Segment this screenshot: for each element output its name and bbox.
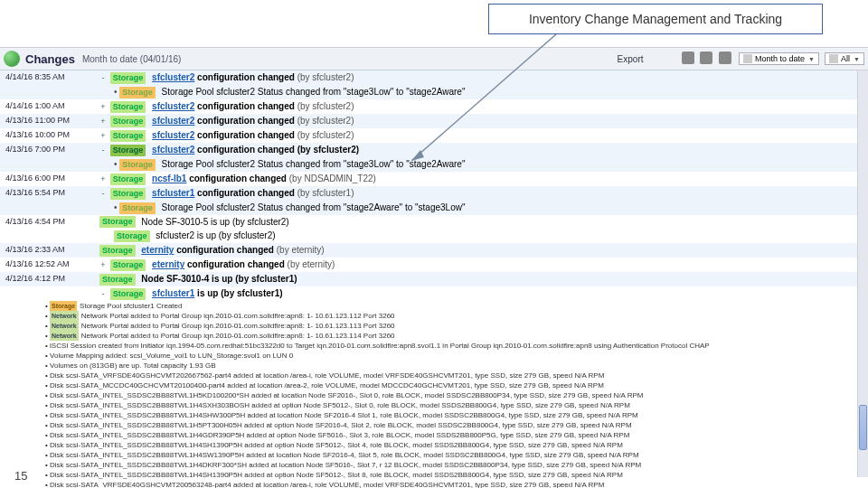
tree-toggle[interactable]: + — [99, 130, 107, 142]
detail-bullet: • iSCSI Session created from Initiator i… — [0, 341, 750, 351]
change-row[interactable]: 4/14/16 8:35 AM - Storage sfcluster2 con… — [0, 70, 857, 85]
panel-title: Changes — [25, 52, 75, 66]
timestamp: 4/13/16 10:00 PM — [0, 128, 98, 141]
detail-bullet: • Disk scsi-SATA_INTEL_SSDSC2BB88TWL1H5K… — [0, 390, 750, 400]
tree-toggle[interactable]: + — [99, 174, 107, 185]
filter-icon — [829, 54, 838, 63]
detail-bullet: • Disk scsi-SATA_INTEL_SSDSC2BB88TWL1H4G… — [0, 430, 750, 440]
detail-bullet: • Disk scsi-SATA_INTEL_SSDSC2BB88TWL1H4S… — [0, 450, 750, 460]
date-range-selector[interactable]: Month to date ▼ — [739, 52, 819, 65]
change-row[interactable]: 4/13/16 12:52 AM + Storage eternity conf… — [0, 258, 857, 272]
cluster-link[interactable]: eternity — [141, 245, 174, 255]
calendar-icon — [743, 54, 752, 63]
tree-toggle[interactable]: - — [99, 72, 107, 84]
cluster-link[interactable]: sfcluster2 — [152, 101, 194, 111]
detail-bullet: • Disk scsi-SATA_INTEL_SSDSC2BB88TWL1H4S… — [0, 440, 750, 450]
chevron-down-icon: ▼ — [808, 56, 815, 62]
timestamp: 4/12/16 4:12 PM — [0, 272, 98, 285]
cluster-link[interactable]: sfcluster2 — [152, 130, 194, 140]
storage-tag: Storage — [99, 245, 136, 257]
timestamp: 4/14/16 8:35 AM — [0, 70, 98, 83]
globe-icon — [4, 51, 20, 67]
date-range-label: Month to date — [755, 54, 805, 63]
storage-tag: Storage — [119, 87, 156, 99]
change-row[interactable]: 4/13/16 5:54 PM - Storage sfcluster1 con… — [0, 186, 857, 201]
detail-bullet: • Volumes on (813GB) are up. Total capac… — [0, 361, 750, 371]
change-row[interactable]: Storage sfcluster2 is up (by sfcluster2) — [0, 229, 857, 243]
cluster-link[interactable]: sfcluster2 — [152, 72, 194, 82]
storage-tag: Storage — [99, 274, 136, 286]
tree-toggle[interactable]: - — [99, 145, 107, 156]
storage-tag: Storage — [119, 159, 156, 171]
export-icon[interactable] — [700, 52, 712, 64]
timestamp: 4/13/16 6:00 PM — [0, 172, 98, 184]
scrollbar-thumb[interactable] — [859, 405, 867, 450]
change-row[interactable]: 4/13/16 2:33 AM Storage eternity configu… — [0, 243, 857, 258]
chevron-down-icon: ▼ — [854, 56, 860, 62]
change-row[interactable]: 4/13/16 4:54 PM Storage Node SF-3010-5 i… — [0, 215, 857, 230]
tree-toggle[interactable]: + — [99, 259, 107, 271]
tree-toggle[interactable]: - — [99, 188, 107, 200]
storage-tag: Storage — [114, 230, 150, 242]
filter-selector[interactable]: All ▼ — [825, 52, 864, 65]
cluster-link[interactable]: sfcluster2 — [152, 116, 194, 126]
cluster-link[interactable]: sfcluster1 — [152, 188, 194, 198]
toolbar-icons — [680, 52, 734, 66]
change-by: (by sfcluster2) — [297, 72, 354, 82]
storage-tag: Storage — [119, 202, 156, 214]
tree-toggle[interactable]: + — [99, 116, 107, 127]
cluster-link[interactable]: sfcluster2 — [152, 145, 194, 155]
callout-title-box: Inventory Change Management and Tracking — [488, 4, 823, 34]
filter-label: All — [841, 54, 850, 63]
detail-bullet: • NetworkNetwork Portal added to Portal … — [0, 331, 750, 341]
storage-tag: Storage — [110, 101, 146, 113]
change-row[interactable]: 4/13/16 10:00 PM + Storage sfcluster2 co… — [0, 128, 857, 143]
detail-bullet: • Disk scsi-SATA_VRFSDE40GSHCVMT20266756… — [0, 371, 750, 380]
change-row[interactable]: 4/13/16 7:00 PM - Storage sfcluster2 con… — [0, 143, 857, 157]
change-detail-bullets: • StorageStorage Pool sfcluster1 Created… — [0, 301, 857, 488]
changes-toolbar: Changes Month to date (04/01/16) Export … — [0, 47, 868, 70]
detail-bullet: • Disk scsi-SATA_MCCDC40GCHCVMT20100400-… — [0, 380, 750, 390]
vertical-scrollbar[interactable] — [857, 70, 868, 477]
timestamp: 4/13/16 4:54 PM — [0, 215, 98, 228]
detail-bullet: • Disk scsi-SATA_INTEL_SSDSC2BB88TWL1H4S… — [0, 410, 750, 420]
cluster-link[interactable]: sfcluster1 — [152, 288, 194, 298]
export-label[interactable]: Export — [618, 54, 644, 64]
detail-bullet: • Disk scsi-SATA_VRFSDE40GSHCVMT20056324… — [0, 480, 750, 488]
timestamp: 4/13/16 12:52 AM — [0, 258, 98, 270]
detail-bullet: • Volume Mapping added: scsi_Volume_vol1… — [0, 351, 750, 361]
storage-tag: Storage — [110, 259, 146, 271]
tree-toggle[interactable]: + — [99, 101, 107, 113]
storage-tag: Storage — [110, 188, 146, 200]
storage-tag: Storage — [110, 72, 146, 84]
storage-tag: Storage — [110, 145, 146, 156]
cluster-link[interactable]: ncsf-lb1 — [152, 174, 186, 183]
storage-tag: Storage — [110, 130, 146, 142]
detail-bullet: • StorageStorage Pool sfcluster1 Created — [0, 301, 750, 311]
change-row[interactable]: 4/13/16 6:00 PM + Storage ncsf-lb1 confi… — [0, 172, 857, 186]
change-detail-row: • Storage Storage Pool sfcluster2 Status… — [0, 85, 857, 99]
change-row[interactable]: 4/13/16 11:00 PM + Storage sfcluster2 co… — [0, 114, 857, 128]
tree-toggle[interactable]: - — [99, 288, 107, 300]
change-detail-row: • Storage Storage Pool sfcluster2 Status… — [0, 157, 857, 172]
change-row[interactable]: 4/14/16 1:00 AM + Storage sfcluster2 con… — [0, 99, 857, 114]
change-row[interactable]: - Storage sfcluster1 is up (by sfcluster… — [0, 286, 857, 301]
change-detail-text: Storage Pool sfcluster2 Status changed f… — [162, 87, 466, 97]
change-detail-row: • Storage Storage Pool sfcluster2 Status… — [0, 201, 857, 215]
detail-bullet: • Disk scsi-SATA_INTEL_SSDSC2BB88TWL1H5P… — [0, 420, 750, 430]
print-icon[interactable] — [682, 52, 694, 64]
callout-title-text: Inventory Change Management and Tracking — [529, 12, 782, 26]
detail-bullet: • NetworkNetwork Portal added to Portal … — [0, 321, 750, 331]
cluster-link[interactable]: eternity — [152, 259, 184, 269]
settings-icon[interactable] — [719, 52, 731, 64]
panel-subtitle: Month to date (04/01/16) — [82, 54, 182, 64]
change-row[interactable]: 4/12/16 4:12 PM Storage Node SF-3010-4 i… — [0, 272, 857, 286]
detail-bullet: • Disk scsi-SATA_INTEL_SSDSC2BB88TWL1H4D… — [0, 460, 750, 470]
detail-bullet: • NetworkNetwork Portal added to Portal … — [0, 311, 750, 321]
storage-tag: Storage — [110, 288, 146, 300]
changes-list: 4/14/16 8:35 AM - Storage sfcluster2 con… — [0, 70, 857, 488]
change-text: configuration changed — [197, 72, 295, 82]
slide-number: 15 — [14, 469, 27, 483]
timestamp: 4/14/16 1:00 AM — [0, 99, 98, 112]
detail-bullet: • Disk scsi-SATA_INTEL_SSDSC2BB88TWL1H4S… — [0, 470, 750, 480]
